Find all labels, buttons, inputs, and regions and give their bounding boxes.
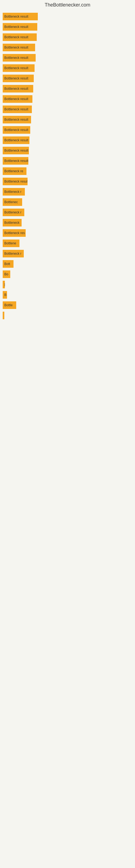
bar-row: Bottleneck	[3, 218, 135, 227]
bar-row: Bottleneck r	[3, 187, 135, 197]
bar-row: Bottleneck result	[3, 146, 135, 155]
bottleneck-bar: Bottleneck result	[3, 157, 28, 165]
bar-row: Bottleneck res	[3, 228, 135, 238]
bar-row: Bottleneck result	[3, 177, 135, 186]
bar-row: Bottleneck result	[3, 32, 135, 42]
bottleneck-bar: Bottleneck result	[3, 147, 29, 154]
bottleneck-bar: Bottleneck result	[3, 54, 36, 62]
bottleneck-bar: Bo	[3, 271, 10, 278]
bottleneck-bar: Bottleneck result	[3, 136, 30, 144]
site-title: TheBottlenecker.com	[0, 0, 135, 9]
bottleneck-bar: Bottleneck re	[3, 167, 27, 175]
bar-row: Bottleneck result	[3, 42, 135, 52]
bottleneck-bar: Bottleneck result	[3, 116, 31, 123]
bottleneck-bar: |	[3, 281, 5, 288]
bottleneck-bar: Bottlenec	[3, 198, 22, 206]
bar-row: Bottleneck result	[3, 84, 135, 94]
bar-row: Bottleneck result	[3, 104, 135, 114]
bottleneck-bar: Bottlene	[3, 240, 19, 247]
bar-row: Bottleneck r	[3, 208, 135, 217]
bottleneck-bar: Bottleneck result	[3, 74, 34, 82]
bottleneck-bar: Bottleneck res	[3, 229, 26, 237]
bottleneck-bar: Bottleneck result	[3, 95, 32, 103]
bar-row: Bottleneck r	[3, 249, 135, 258]
bottleneck-bar: Bottleneck result	[3, 13, 38, 20]
bar-row: Bottlenec	[3, 197, 135, 207]
bar-row: Bottleneck result	[3, 135, 135, 145]
bottleneck-bar: B	[3, 291, 7, 299]
bottleneck-bar: Bottleneck result	[3, 33, 37, 41]
bar-row: Bottleneck result	[3, 73, 135, 83]
bar-row: Bottleneck result	[3, 156, 135, 166]
bar-row: Bottleneck result	[3, 22, 135, 32]
bar-row: Bottleneck result	[3, 115, 135, 124]
bars-container: Bottleneck resultBottleneck resultBottle…	[0, 9, 135, 323]
bar-row: Bottle	[3, 300, 135, 310]
bar-row: Bottleneck result	[3, 53, 135, 63]
bottleneck-bar: Bottleneck result	[3, 178, 28, 185]
bottleneck-bar: Bottleneck result	[3, 105, 32, 113]
bottleneck-bar: Bottleneck result	[3, 126, 30, 134]
bottleneck-bar: Bottle	[3, 301, 16, 309]
bottleneck-bar: Bottleneck result	[3, 23, 37, 31]
bottleneck-bar: Bott	[3, 260, 13, 268]
bottleneck-bar: Bottleneck r	[3, 188, 25, 195]
bottleneck-bar: Bottleneck result	[3, 44, 35, 51]
bottleneck-bar: Bottleneck result	[3, 64, 35, 72]
bottleneck-bar: Bottleneck result	[3, 85, 33, 93]
bar-row: Bo	[3, 269, 135, 279]
bar-row: Bottleneck result	[3, 125, 135, 135]
bar-row: Bottleneck result	[3, 94, 135, 104]
bottleneck-bar: Bottleneck	[3, 219, 21, 226]
bar-row: Bottleneck re	[3, 166, 135, 176]
bar-row: Bottleneck result	[3, 12, 135, 22]
bar-row: B	[3, 290, 135, 300]
bottleneck-bar: |	[3, 312, 4, 319]
bar-row: |	[3, 311, 135, 320]
bar-row: Bottleneck result	[3, 63, 135, 73]
bottleneck-bar: Bottleneck r	[3, 209, 24, 216]
bottleneck-bar: Bottleneck r	[3, 250, 24, 257]
bar-row: Bott	[3, 259, 135, 269]
bar-row: Bottlene	[3, 239, 135, 248]
bar-row: |	[3, 280, 135, 289]
